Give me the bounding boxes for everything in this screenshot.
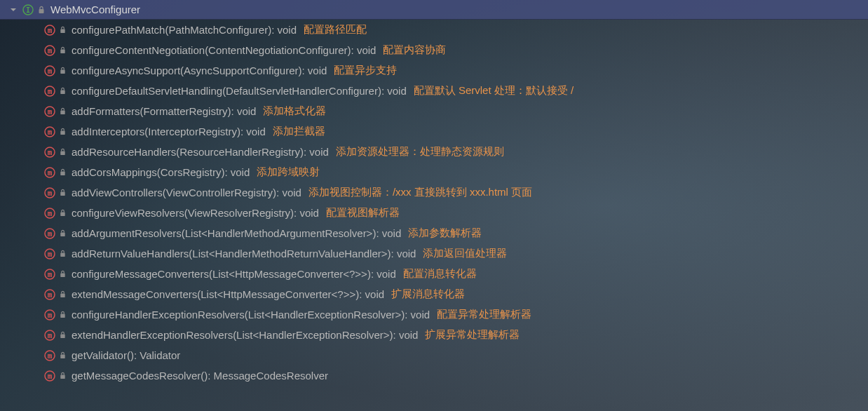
svg-rect-8 — [60, 50, 65, 54]
method-icon: m — [43, 268, 56, 281]
svg-rect-14 — [60, 90, 65, 95]
method-icon: m — [43, 329, 56, 342]
method-signature: addResourceHandlers(ResourceHandlerRegis… — [72, 146, 329, 158]
lock-icon — [57, 310, 67, 320]
method-icon: m — [43, 370, 56, 382]
svg-rect-26 — [60, 172, 65, 176]
method-row[interactable]: maddReturnValueHandlers(List<HandlerMeth… — [0, 243, 868, 264]
method-signature: configurePathMatch(PathMatchConfigurer):… — [72, 24, 297, 36]
method-row[interactable]: maddArgumentResolvers(List<HandlerMethod… — [0, 223, 868, 243]
svg-text:m: m — [48, 229, 53, 238]
method-row[interactable]: mconfigurePathMatch(PathMatchConfigurer)… — [0, 20, 868, 40]
method-row[interactable]: maddCorsMappings(CorsRegistry): void添加跨域… — [0, 162, 868, 182]
lock-icon — [57, 66, 67, 76]
lock-icon — [57, 351, 67, 361]
method-annotation: 添加视图控制器：/xxx 直接跳转到 xxx.html 页面 — [308, 186, 532, 199]
method-signature: configureAsyncSupport(AsyncSupportConfig… — [72, 65, 327, 76]
method-row[interactable]: mconfigureMessageConverters(List<HttpMes… — [0, 264, 868, 284]
method-icon: m — [43, 65, 56, 77]
lock-icon — [57, 269, 67, 279]
method-icon: m — [43, 44, 56, 57]
method-annotation: 配置异常处理解析器 — [437, 308, 531, 321]
method-annotation: 配置路径匹配 — [304, 23, 367, 36]
method-signature: addInterceptors(InterceptorRegistry): vo… — [72, 126, 266, 137]
svg-text:m: m — [48, 330, 53, 339]
svg-text:m: m — [48, 310, 53, 319]
lock-icon — [57, 208, 67, 218]
method-row[interactable]: mconfigureAsyncSupport(AsyncSupportConfi… — [0, 60, 868, 81]
lock-icon — [57, 188, 67, 198]
method-signature: extendHandlerExceptionResolvers(List<Han… — [72, 329, 418, 341]
method-row[interactable]: mconfigureContentNegotiation(ContentNego… — [0, 40, 868, 60]
svg-text:m: m — [48, 351, 53, 360]
method-row[interactable]: mgetValidator(): Validator — [0, 345, 868, 365]
method-annotation: 扩展异常处理解析器 — [425, 328, 520, 342]
method-annotation: 扩展消息转化器 — [391, 288, 465, 301]
svg-text:m: m — [48, 168, 53, 177]
svg-text:m: m — [48, 46, 53, 55]
lock-icon — [57, 107, 67, 116]
svg-rect-17 — [60, 111, 65, 115]
method-icon: m — [43, 85, 56, 97]
lock-icon — [57, 249, 67, 259]
svg-rect-44 — [60, 294, 65, 298]
interface-title: WebMvcConfigurer — [50, 4, 140, 15]
svg-rect-56 — [60, 375, 65, 379]
svg-rect-41 — [60, 274, 65, 278]
svg-text:m: m — [48, 127, 53, 136]
method-signature: addCorsMappings(CorsRegistry): void — [72, 166, 250, 178]
lock-icon — [57, 371, 67, 381]
svg-rect-5 — [60, 29, 65, 34]
method-icon: m — [43, 309, 56, 321]
method-signature: addViewControllers(ViewControllerRegistr… — [72, 187, 301, 198]
method-signature: getMessageCodesResolver(): MessageCodesR… — [72, 370, 328, 382]
method-signature: addArgumentResolvers(List<HandlerMethodA… — [72, 227, 401, 239]
method-signature: addReturnValueHandlers(List<HandlerMetho… — [72, 248, 416, 260]
interface-header-row[interactable]: I WebMvcConfigurer — [0, 0, 868, 20]
svg-text:m: m — [48, 269, 53, 278]
svg-text:m: m — [48, 25, 53, 34]
svg-text:m: m — [48, 371, 53, 380]
lock-icon — [57, 86, 67, 96]
svg-rect-11 — [60, 70, 65, 74]
svg-text:m: m — [48, 66, 53, 75]
chevron-down-icon[interactable] — [8, 5, 18, 15]
lock-icon — [57, 330, 67, 340]
svg-rect-53 — [60, 355, 65, 359]
method-row[interactable]: mgetMessageCodesResolver(): MessageCodes… — [0, 365, 868, 386]
method-row[interactable]: mconfigureViewResolvers(ViewResolverRegi… — [0, 203, 868, 223]
method-icon: m — [43, 24, 56, 36]
method-signature: getValidator(): Validator — [72, 349, 180, 361]
svg-rect-23 — [60, 151, 65, 156]
method-row[interactable]: maddFormatters(FormatterRegistry): void添… — [0, 101, 868, 121]
lock-icon — [57, 168, 67, 177]
svg-text:m: m — [48, 188, 53, 197]
method-annotation: 配置消息转化器 — [403, 267, 477, 281]
svg-rect-29 — [60, 192, 65, 196]
method-row[interactable]: mextendMessageConverters(List<HttpMessag… — [0, 284, 868, 304]
method-icon: m — [43, 105, 56, 118]
method-row[interactable]: maddResourceHandlers(ResourceHandlerRegi… — [0, 142, 868, 162]
method-signature: configureContentNegotiation(ContentNegot… — [72, 44, 376, 56]
method-icon: m — [43, 288, 56, 301]
method-signature: configureDefaultServletHandling(DefaultS… — [72, 85, 407, 97]
method-row[interactable]: mconfigureHandlerExceptionResolvers(List… — [0, 304, 868, 325]
method-row[interactable]: mconfigureDefaultServletHandling(Default… — [0, 81, 868, 101]
lock-icon — [57, 46, 67, 55]
svg-rect-20 — [60, 131, 65, 135]
method-row[interactable]: maddInterceptors(InterceptorRegistry): v… — [0, 121, 868, 142]
lock-icon — [36, 5, 46, 15]
method-annotation: 添加跨域映射 — [257, 166, 320, 179]
method-icon: m — [43, 166, 56, 179]
methods-list: mconfigurePathMatch(PathMatchConfigurer)… — [0, 20, 868, 386]
svg-text:m: m — [48, 86, 53, 95]
lock-icon — [57, 25, 67, 35]
method-row[interactable]: mextendHandlerExceptionResolvers(List<Ha… — [0, 325, 868, 345]
lock-icon — [57, 127, 67, 137]
method-row[interactable]: maddViewControllers(ViewControllerRegist… — [0, 182, 868, 203]
svg-text:m: m — [48, 208, 53, 217]
method-icon: m — [43, 146, 56, 159]
method-signature: extendMessageConverters(List<HttpMessage… — [72, 288, 384, 300]
method-annotation: 添加资源处理器：处理静态资源规则 — [336, 145, 504, 159]
interface-icon: I — [22, 4, 34, 15]
